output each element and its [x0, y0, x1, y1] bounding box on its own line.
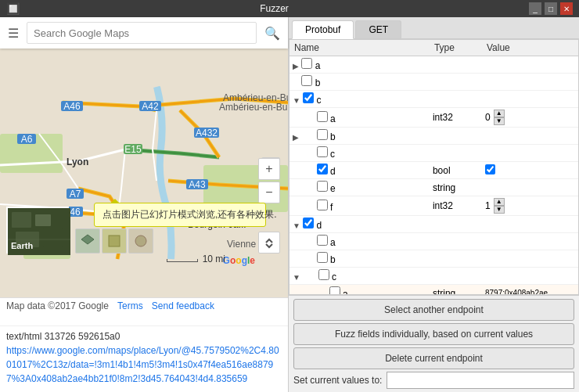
row-checkbox[interactable] [329, 286, 340, 295]
maximize-button[interactable]: □ [545, 2, 557, 15]
row-checkbox[interactable] [303, 218, 314, 228]
table-row: ▼ c [290, 91, 578, 108]
google-logo: Google [223, 254, 255, 266]
zoom-controls: + − [258, 158, 280, 203]
tab-protobuf[interactable]: Protobuf [292, 20, 354, 39]
window-title: Fuzzer [20, 3, 529, 14]
row-checkbox[interactable] [317, 235, 328, 246]
table-row: ▶ a [290, 56, 578, 74]
svg-text:A6: A6 [21, 134, 33, 145]
map-header: ☰ 🔍 [0, 17, 288, 49]
row-checkbox[interactable] [303, 92, 314, 103]
row-checkbox[interactable] [301, 75, 312, 86]
layer-btn-3[interactable] [128, 228, 153, 254]
svg-text:Ambérieu-en-Bu...: Ambérieu-en-Bu... [223, 92, 288, 103]
table-row: ▶ b [290, 128, 578, 145]
scale-bar: 10 mi [167, 254, 225, 264]
table-row: ▶ a [290, 233, 578, 250]
svg-text:E15: E15 [124, 144, 142, 155]
title-bar: 🔲 Fuzzer _ □ ✕ [0, 0, 579, 17]
select-endpoint-button[interactable]: Select another endpoint [293, 299, 574, 321]
row-expander[interactable]: ▶ [293, 62, 299, 70]
svg-text:Vienne: Vienne [227, 239, 256, 250]
button-section: Select another endpoint Fuzz fields indi… [289, 295, 579, 392]
hamburger-icon[interactable]: ☰ [8, 26, 19, 41]
tab-get[interactable]: GET [355, 20, 401, 38]
spinner-up-f[interactable]: ▲ [494, 198, 505, 206]
row-checkbox[interactable] [318, 269, 329, 280]
delete-endpoint-button[interactable]: Delete current endpoint [293, 347, 574, 369]
url-section: text/html 313726 592615a0 https://www.go… [0, 325, 288, 392]
set-values-row: Set current values to: [293, 372, 574, 389]
zoom-out-button[interactable]: − [258, 182, 280, 203]
row-expander[interactable]: ▶ [293, 133, 299, 142]
proto-table: Name Type Value ▶ a [290, 40, 578, 295]
map-footer: Map data ©2017 Google Terms Send feedbac… [0, 297, 288, 325]
row-checkbox[interactable] [317, 111, 328, 122]
col-type: Type [430, 40, 482, 56]
map-panel: ☰ 🔍 [0, 17, 288, 392]
url-hash: text/html 313726 592615a0 [6, 329, 282, 343]
svg-point-32 [135, 236, 146, 246]
row-checkbox[interactable] [317, 252, 328, 263]
value-checkbox[interactable] [485, 164, 495, 174]
table-row: ▶ b [290, 74, 578, 91]
svg-text:A7: A7 [70, 189, 81, 200]
expand-button[interactable] [258, 232, 280, 254]
proto-table-container: Name Type Value ▶ a [289, 39, 579, 295]
svg-text:Ambérieu-en-Bu...: Ambérieu-en-Bu... [219, 102, 288, 113]
spinner-up[interactable]: ▲ [494, 110, 505, 117]
svg-rect-28 [35, 214, 51, 226]
row-checkbox[interactable] [317, 129, 328, 140]
table-row: ▶ e string [290, 179, 578, 196]
zoom-in-button[interactable]: + [258, 158, 280, 180]
spinner-down-f[interactable]: ▼ [494, 206, 505, 214]
title-bar-icon: 🔲 [6, 2, 20, 15]
minimize-button[interactable]: _ [529, 2, 541, 15]
svg-rect-30 [43, 228, 63, 247]
right-panel: Protobuf GET Name Type Value [288, 17, 579, 392]
svg-rect-31 [109, 236, 120, 246]
search-input[interactable] [27, 22, 257, 44]
spinner-cell-f: 1 ▲ ▼ [485, 198, 558, 214]
close-button[interactable]: ✕ [560, 2, 573, 15]
fuzz-fields-button[interactable]: Fuzz fields individually, based on curre… [293, 323, 574, 345]
svg-text:A43: A43 [189, 179, 206, 190]
set-values-input[interactable] [387, 372, 574, 389]
map-copyright: Map data ©2017 Google [6, 300, 109, 311]
svg-text:A42: A42 [142, 101, 159, 112]
row-checkbox[interactable] [317, 181, 328, 192]
layer-controls [75, 228, 153, 254]
spinner-cell: 0 ▲ ▼ [485, 110, 558, 125]
search-icon[interactable]: 🔍 [264, 26, 280, 41]
row-checkbox[interactable] [317, 200, 328, 210]
svg-rect-27 [12, 212, 31, 228]
table-row: ▼ c [290, 268, 578, 285]
terms-link[interactable]: Terms [117, 300, 143, 311]
map-tooltip: 点击图片已幻灯片模式浏览,还有各种效果. [94, 203, 266, 227]
satellite-thumbnail[interactable]: Earth [6, 207, 69, 254]
spinner-down[interactable]: ▼ [494, 117, 505, 125]
row-expander[interactable]: ▼ [293, 273, 300, 282]
row-expander[interactable]: ▼ [293, 96, 300, 105]
col-name: Name [290, 40, 430, 56]
satellite-label: Earth [11, 241, 33, 250]
col-value: Value [482, 40, 561, 56]
feedback-link[interactable]: Send feedback [152, 300, 214, 311]
row-expander[interactable]: ▼ [293, 221, 300, 230]
table-row: ▶ b [290, 250, 578, 268]
main-container: ☰ 🔍 [0, 17, 579, 392]
set-values-label: Set current values to: [293, 375, 382, 386]
layer-btn-1[interactable] [75, 228, 100, 254]
tab-bar: Protobuf GET [289, 17, 579, 39]
row-checkbox[interactable] [301, 58, 312, 69]
title-bar-controls: _ □ ✕ [529, 2, 573, 15]
table-row: ▶ a string 8797:0x408ab2ae4bb21f0 [290, 285, 578, 296]
svg-text:Lyon: Lyon [67, 156, 88, 167]
row-checkbox[interactable] [317, 146, 328, 157]
row-checkbox[interactable] [317, 164, 328, 174]
svg-text:A432: A432 [196, 128, 218, 138]
col-scroll [561, 40, 578, 56]
layer-btn-2[interactable] [102, 228, 127, 254]
map-area[interactable]: Lyon Bourgoin-Ja... Saint-Priest Ambérie… [0, 49, 288, 297]
